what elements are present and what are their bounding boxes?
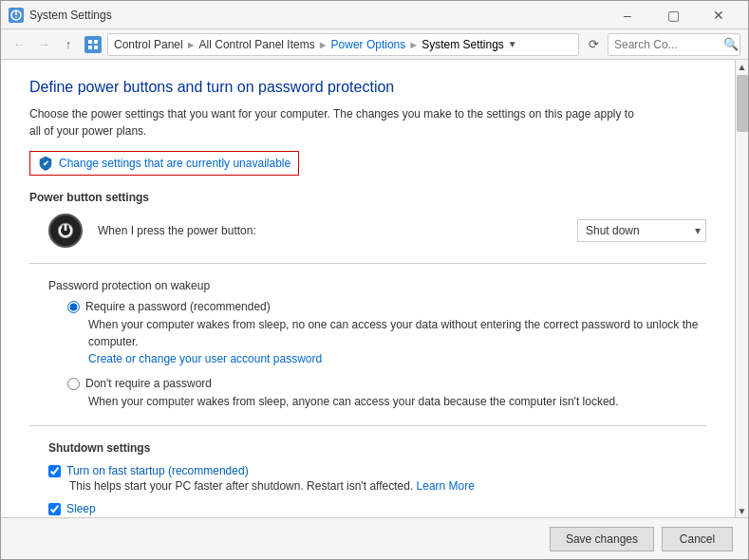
maximize-button[interactable]: ▢ bbox=[651, 1, 695, 29]
breadcrumb-system-settings[interactable]: System Settings bbox=[421, 38, 504, 51]
window-controls: – ▢ ✕ bbox=[606, 1, 740, 29]
password-section: Password protection on wakeup Require a … bbox=[29, 279, 706, 410]
breadcrumb-dropdown[interactable]: ▼ bbox=[508, 39, 517, 49]
scroll-up-button[interactable]: ▲ bbox=[736, 60, 749, 73]
power-button-heading: Power button settings bbox=[29, 191, 706, 204]
cancel-button[interactable]: Cancel bbox=[662, 527, 733, 551]
back-button[interactable]: ← bbox=[9, 34, 29, 55]
content-area: Define power buttons and turn on passwor… bbox=[1, 60, 748, 517]
divider-1 bbox=[29, 263, 706, 264]
search-box: 🔍 bbox=[608, 33, 740, 56]
up-button[interactable]: ↑ bbox=[58, 34, 79, 55]
breadcrumb-sep-1: ► bbox=[186, 39, 197, 50]
shutdown-dropdown[interactable]: Shut down Sleep Hibernate Do nothing Tur… bbox=[577, 219, 706, 242]
change-settings-box[interactable]: ✔ Change settings that are currently una… bbox=[29, 151, 299, 176]
no-password-desc: When your computer wakes from sleep, any… bbox=[67, 393, 706, 410]
main-window: System Settings – ▢ ✕ ← → ↑ Control Pane… bbox=[0, 0, 749, 560]
require-password-option: Require a password (recommended) When yo… bbox=[48, 300, 706, 367]
power-button-label: When I press the power button: bbox=[98, 224, 562, 237]
require-password-desc: When your computer wakes from sleep, no … bbox=[67, 316, 706, 367]
no-password-radio[interactable] bbox=[67, 378, 80, 390]
sleep-text: Sleep bbox=[66, 502, 96, 515]
breadcrumb-control-panel[interactable]: Control Panel bbox=[114, 38, 183, 51]
shutdown-heading: Shutdown settings bbox=[48, 441, 706, 455]
scroll-down-button[interactable]: ▼ bbox=[736, 504, 749, 517]
breadcrumb-power-options[interactable]: Power Options bbox=[331, 38, 406, 51]
create-password-link[interactable]: Create or change your user account passw… bbox=[88, 352, 322, 365]
refresh-button[interactable]: ⟳ bbox=[583, 34, 604, 55]
address-bar: ← → ↑ Control Panel ► All Control Panel … bbox=[1, 29, 748, 60]
footer-bar: Save changes Cancel bbox=[1, 517, 748, 559]
svg-point-2 bbox=[15, 16, 17, 18]
no-password-option: Don't require a password When your compu… bbox=[48, 377, 706, 410]
intro-text: Choose the power settings that you want … bbox=[29, 105, 646, 140]
main-content: Define power buttons and turn on passwor… bbox=[1, 60, 735, 517]
scrollbar-track: ▲ ▼ bbox=[735, 60, 748, 517]
shield-icon: ✔ bbox=[38, 156, 53, 171]
fast-startup-option: Turn on fast startup (recommended) This … bbox=[48, 464, 706, 495]
close-button[interactable]: ✕ bbox=[697, 1, 740, 29]
scrollbar-thumb[interactable] bbox=[737, 75, 748, 132]
sleep-option: Sleep Show in Power menu. bbox=[48, 502, 706, 517]
fast-startup-desc: This helps start your PC faster after sh… bbox=[48, 477, 706, 495]
learn-more-link[interactable]: Learn More bbox=[417, 479, 475, 493]
require-password-radio[interactable] bbox=[67, 301, 80, 313]
breadcrumb-bar: Control Panel ► All Control Panel Items … bbox=[107, 33, 579, 56]
shutdown-dropdown-wrapper: Shut down Sleep Hibernate Do nothing Tur… bbox=[577, 219, 706, 242]
svg-text:✔: ✔ bbox=[43, 159, 49, 168]
divider-2 bbox=[29, 425, 706, 426]
sleep-label[interactable]: Sleep bbox=[48, 502, 706, 515]
power-icon bbox=[48, 214, 83, 248]
breadcrumb-sep-3: ► bbox=[408, 39, 419, 50]
control-panel-icon bbox=[84, 36, 102, 53]
svg-rect-4 bbox=[94, 40, 98, 44]
window-title: System Settings bbox=[29, 9, 606, 22]
forward-button[interactable]: → bbox=[33, 34, 54, 55]
fast-startup-label[interactable]: Turn on fast startup (recommended) bbox=[48, 464, 706, 477]
minimize-button[interactable]: – bbox=[606, 1, 649, 29]
breadcrumb-sep-2: ► bbox=[318, 39, 328, 50]
search-input[interactable] bbox=[614, 38, 723, 51]
save-button[interactable]: Save changes bbox=[550, 527, 654, 551]
breadcrumb-all-items[interactable]: All Control Panel Items bbox=[199, 38, 315, 51]
page-title: Define power buttons and turn on passwor… bbox=[29, 79, 706, 96]
fast-startup-text: Turn on fast startup (recommended) bbox=[66, 464, 249, 477]
power-button-row: When I press the power button: Shut down… bbox=[29, 214, 706, 248]
window-icon bbox=[9, 8, 24, 23]
search-icon[interactable]: 🔍 bbox=[723, 37, 739, 51]
title-bar: System Settings – ▢ ✕ bbox=[1, 1, 748, 29]
svg-rect-3 bbox=[88, 40, 92, 44]
svg-rect-6 bbox=[94, 46, 98, 49]
no-password-text: Don't require a password bbox=[85, 377, 212, 390]
fast-startup-checkbox[interactable] bbox=[48, 465, 61, 477]
change-settings-link-text[interactable]: Change settings that are currently unava… bbox=[59, 157, 290, 170]
sleep-checkbox[interactable] bbox=[48, 503, 61, 515]
no-password-label[interactable]: Don't require a password bbox=[67, 377, 706, 390]
require-password-label[interactable]: Require a password (recommended) bbox=[67, 300, 706, 313]
require-password-text: Require a password (recommended) bbox=[85, 300, 271, 313]
password-heading: Password protection on wakeup bbox=[48, 279, 706, 292]
sleep-desc: Show in Power menu. bbox=[48, 515, 706, 517]
svg-rect-5 bbox=[88, 46, 92, 49]
shutdown-section: Shutdown settings Turn on fast startup (… bbox=[29, 441, 706, 517]
